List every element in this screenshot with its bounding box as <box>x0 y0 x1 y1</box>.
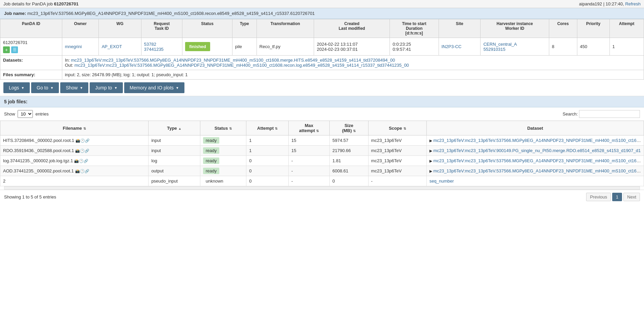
wg-link[interactable]: AP_EXOT <box>102 44 122 49</box>
cell-file-status: ready <box>200 166 246 176</box>
memory-io-caret-icon: ▼ <box>176 86 179 90</box>
previous-button[interactable]: Previous <box>586 193 611 201</box>
cell-type: input <box>149 135 200 146</box>
dataset-link[interactable]: mc23_13p6TeV:mc23_13p6TeV.900149.PG_sing… <box>434 148 641 153</box>
col-wg: WG <box>99 19 141 38</box>
files-table: Filename ⇅ Type ▲ Status ⇅ Attempt ⇅ Max… <box>0 121 644 186</box>
cell-file-status: ready <box>200 156 246 166</box>
cell-dataset: ▶ mc23_13p6TeV:mc23_13p6TeV.537566.MGPy8… <box>426 156 644 166</box>
cell-attempt: 1 <box>609 38 644 56</box>
entries-select[interactable]: 10 25 50 <box>18 110 33 118</box>
col-file-type[interactable]: Type ▲ <box>149 121 200 135</box>
show-entries-control: Show 10 25 50 entries <box>4 110 49 118</box>
cell-size: 0 <box>330 176 368 186</box>
header-right: aipanda192 | 10:27:40, Refresh <box>579 1 641 6</box>
next-button[interactable]: Next <box>623 193 640 201</box>
refresh-link[interactable]: Refresh <box>625 1 641 6</box>
cell-cores: 8 <box>549 38 577 56</box>
dataset-link[interactable]: mc23_13p6TeV:mc23_13p6TeV.537566.MGPy8EG… <box>434 138 643 143</box>
col-file-status[interactable]: Status ⇅ <box>200 121 246 135</box>
task-id-2-link[interactable]: 37441235 <box>144 47 164 52</box>
dataset-icon: ▶ <box>429 139 432 143</box>
col-max-attempt[interactable]: Maxattempt ⇅ <box>288 121 329 135</box>
cell-size: 6008.61 <box>330 166 368 176</box>
cell-dataset: ▶ mc23_13p6TeV:mc23_13p6TeV.537566.MGPy8… <box>426 135 644 146</box>
col-cores: Cores <box>549 19 577 38</box>
job-name-bar: Job name: mc23_13p6TeV.537566.MGPy8EG_A1… <box>0 8 644 19</box>
file-icon: 📸🕐🔗 <box>75 149 89 153</box>
table-controls: Show 10 25 50 entries Search: <box>0 107 644 121</box>
files-summary-label-cell: Files summary: <box>0 70 62 80</box>
in-label: In: <box>65 58 70 63</box>
cell-attempt: 0 <box>246 166 289 176</box>
col-type: Type <box>232 19 257 38</box>
col-priority: Priority <box>577 19 609 38</box>
harvester-link[interactable]: CERN_central_A <box>483 42 517 47</box>
last-modified-date: 2024-02-23 00:37:01 <box>317 47 358 52</box>
cell-type: log <box>149 156 200 166</box>
col-harvester-worker: Harvester instanceWorker ID <box>481 19 549 38</box>
site-link[interactable]: IN2P3-CC <box>442 44 462 49</box>
cell-max-attempt: - <box>288 176 329 186</box>
cell-attempt: 0 <box>246 156 289 166</box>
job-row: 6120726701 + ☰ mnegrini AP_EXOT 53782 37… <box>0 38 644 56</box>
logs-button[interactable]: Logs ▼ <box>3 82 30 93</box>
dataset-link[interactable]: seq_number <box>429 178 454 184</box>
table-row: HITS.37208494._000002.pool.root.1 📸🕐🔗 in… <box>0 135 644 146</box>
cell-size: 1.81 <box>330 156 368 166</box>
attempt-sort-icon: ⇅ <box>275 127 277 130</box>
cell-type: output <box>149 166 200 176</box>
col-panda-id: PanDA ID <box>0 19 62 38</box>
jump-to-button[interactable]: Jump to ▼ <box>90 82 123 93</box>
dataset-link[interactable]: mc23_13p6TeV:mc23_13p6TeV.537566.MGPy8EG… <box>434 158 644 163</box>
cell-type: input <box>149 146 200 156</box>
datasets-in: In: mc23_13p6TeV:mc23_13p6TeV.537566.MGP… <box>65 58 641 63</box>
job-name-label: Job name: <box>4 11 26 16</box>
job-info-table: PanDA ID Owner WG RequestTask ID Status … <box>0 19 644 80</box>
col-size[interactable]: Size(MB) ⇅ <box>330 121 368 135</box>
cell-attempt: 1 <box>246 135 289 146</box>
max-attempt-sort-icon: ⇅ <box>316 129 319 133</box>
show-caret-icon: ▼ <box>80 86 83 90</box>
search-input[interactable] <box>579 110 640 118</box>
task-id-1-link[interactable]: 53782 <box>144 42 156 47</box>
status-sort-icon: ⇅ <box>229 127 232 130</box>
worker-id-link[interactable]: 552910315 <box>483 47 505 52</box>
show-button[interactable]: Show ▼ <box>60 82 88 93</box>
col-status: Status <box>182 19 232 38</box>
job-files-header: 5 job files: <box>0 96 644 107</box>
search-control: Search: <box>563 110 640 118</box>
cell-panda-id: 6120726701 + ☰ <box>0 38 62 56</box>
showing-text: Showing 1 to 5 of 5 entries <box>4 194 56 200</box>
cell-site: IN2P3-CC <box>439 38 481 56</box>
dataset-link[interactable]: mc23_13p6TeV:mc23_13p6TeV.537566.MGPy8EG… <box>434 168 644 173</box>
cell-max-attempt: - <box>288 166 329 176</box>
status-ready-badge: ready <box>203 168 220 174</box>
owner-link[interactable]: mnegrini <box>65 44 82 49</box>
show-label: Show <box>4 111 15 117</box>
datasets-out: Out: mc23_13p6TeV:mc23_13p6TeV.537566.MG… <box>65 63 641 68</box>
table-scrollbar[interactable] <box>4 186 640 190</box>
page-1-button[interactable]: 1 <box>612 193 622 201</box>
col-time-duration: Time to startDuration[d:h:m:s] <box>390 19 439 38</box>
col-owner: Owner <box>62 19 99 38</box>
expand-icon[interactable]: + <box>3 46 10 53</box>
memory-io-button[interactable]: Memory and IO plots ▼ <box>124 82 184 93</box>
goto-button[interactable]: Go to ▼ <box>31 82 59 93</box>
cell-harvester-worker: CERN_central_A 552910315 <box>481 38 549 56</box>
files-summary-row: Files summary: input: 2, size: 26478.99 … <box>0 70 644 80</box>
col-dataset[interactable]: Dataset <box>426 121 644 135</box>
col-file-attempt[interactable]: Attempt ⇅ <box>246 121 289 135</box>
cell-attempt: 0 <box>246 176 289 186</box>
col-filename[interactable]: Filename ⇅ <box>0 121 149 135</box>
in-dataset-link[interactable]: mc23_13p6TeV:mc23_13p6TeV.537566.MGPy8EG… <box>71 58 395 63</box>
cell-type: pseudo_input <box>149 176 200 186</box>
dataset-icon: ▶ <box>429 159 432 163</box>
header-title: Job details for PanDA job 6120726701 <box>3 1 79 6</box>
cell-scope: mc23_13p6TeV <box>368 156 426 166</box>
list-icon[interactable]: ☰ <box>11 46 18 53</box>
out-dataset-link[interactable]: mc23_13p6TeV:mc23_13p6TeV.537566.MGPy8EG… <box>74 63 409 68</box>
cell-max-attempt: 15 <box>288 146 329 156</box>
col-scope[interactable]: Scope ⇅ <box>368 121 426 135</box>
col-attempt: Attempt <box>609 19 644 38</box>
